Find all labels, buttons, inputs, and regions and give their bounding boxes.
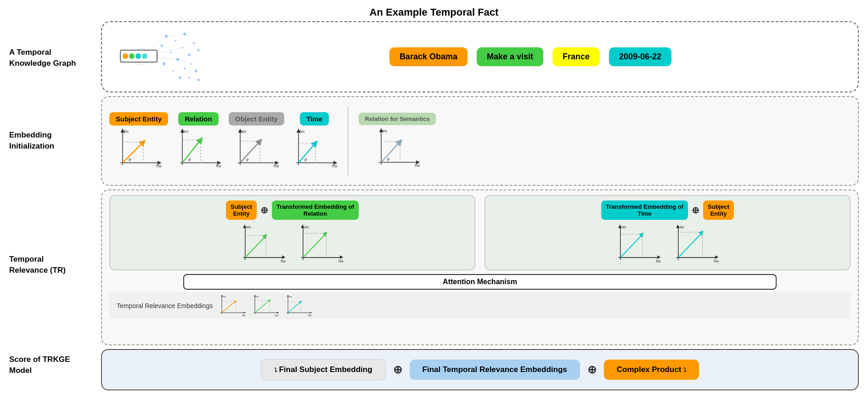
tkg-graph (111, 27, 203, 87)
score-plus1: ⊕ (393, 363, 402, 376)
tag-make-a-visit: Make a visit (477, 47, 543, 66)
attention-label: Attention Mechanism (443, 278, 517, 286)
svg-text:Im: Im (256, 295, 259, 298)
svg-point-11 (184, 68, 186, 69)
svg-text:Im: Im (289, 295, 292, 298)
tr-relation-label: Transformed Embedding ofRelation (272, 200, 359, 220)
label-score: Score of TRKGEModel (9, 343, 96, 387)
tiny-plane-green: Re Im (251, 294, 279, 317)
score-final-subject: ⤵ Final Subject Embedding (261, 359, 386, 380)
svg-line-26 (182, 43, 194, 48)
svg-text:Re: Re (281, 259, 286, 263)
tkg-tags: Barack Obama Make a visit France 2009-06… (212, 47, 849, 66)
object-plane: Re Im θ (233, 128, 279, 170)
svg-line-37 (123, 142, 143, 163)
svg-line-112 (255, 300, 270, 313)
left-labels: A TemporalKnowledge Graph EmbeddingIniti… (9, 21, 101, 390)
svg-line-77 (245, 235, 266, 258)
tr-subject-label2: SubjectEntity (703, 200, 734, 220)
attention-box: Attention Mechanism (183, 274, 776, 290)
label-tkg: A TemporalKnowledge Graph (9, 21, 96, 95)
svg-point-17 (188, 77, 190, 79)
svg-text:θ: θ (188, 158, 191, 162)
svg-point-12 (160, 44, 163, 47)
embed-time: Time Re Im (292, 112, 338, 170)
svg-point-15 (172, 70, 174, 72)
svg-line-53 (240, 141, 260, 163)
svg-text:Re: Re (308, 314, 312, 317)
section-separator (348, 107, 349, 176)
svg-text:Re: Re (415, 163, 420, 168)
tr-embed-label: Temporal Relevance Embeddings (117, 302, 213, 309)
svg-point-31 (135, 53, 141, 59)
embed-relation: Relation Re Im (175, 112, 221, 170)
tr-block-relation: SubjectEntity ⊕ Transformed Embedding of… (109, 195, 475, 270)
subject-plane: Re Im θ (116, 128, 162, 170)
embed-relation-label: Relation (178, 112, 218, 126)
tr-plane-cyan1: Re Im (614, 223, 664, 265)
svg-text:Im: Im (223, 295, 226, 298)
tr-bottom: Attention Mechanism Temporal Relevance E… (109, 274, 851, 319)
svg-text:Im: Im (304, 225, 308, 229)
embed-subject: Subject Entity Re Im (109, 112, 168, 170)
tag-france: France (552, 47, 600, 66)
embedding-section: Subject Entity Re Im (101, 96, 859, 186)
svg-text:Im: Im (124, 129, 129, 134)
svg-text:Im: Im (383, 129, 387, 133)
svg-point-6 (197, 49, 200, 52)
svg-point-30 (129, 53, 135, 59)
svg-point-1 (175, 40, 176, 42)
svg-text:Re: Re (242, 314, 246, 317)
svg-text:θ: θ (387, 157, 389, 162)
tr-relation-planes: Re Im (238, 223, 347, 265)
semantics-plane: Re Im θ (374, 128, 420, 169)
svg-point-16 (179, 76, 181, 79)
svg-line-25 (166, 34, 185, 36)
relation-plane: Re Im θ (175, 128, 221, 170)
svg-line-105 (222, 301, 236, 313)
svg-point-4 (188, 53, 191, 56)
svg-point-10 (195, 69, 197, 72)
svg-text:Im: Im (679, 225, 683, 229)
svg-line-84 (303, 233, 326, 258)
embed-semantics-label: Relation for Semantics (359, 113, 436, 125)
embed-time-label: Time (300, 112, 329, 126)
svg-line-61 (299, 143, 316, 163)
svg-text:Re: Re (332, 164, 338, 168)
score-section: ⤵ Final Subject Embedding ⊕ Final Tempor… (101, 349, 859, 390)
svg-line-69 (381, 142, 400, 162)
svg-line-27 (178, 59, 192, 64)
tr-block-time: Transformed Embedding ofTime ⊕ SubjectEn… (485, 195, 851, 270)
svg-text:Im: Im (300, 129, 304, 134)
svg-text:Re: Re (656, 259, 661, 263)
svg-line-91 (620, 234, 643, 258)
tr-time-planes: Re Im (614, 223, 722, 265)
svg-text:Re: Re (274, 164, 279, 168)
svg-text:Im: Im (246, 225, 250, 229)
tr-time-labels: Transformed Embedding ofTime ⊕ SubjectEn… (601, 200, 734, 220)
svg-line-119 (288, 302, 301, 313)
svg-text:Re: Re (338, 259, 344, 263)
tr-top-row: SubjectEntity ⊕ Transformed Embedding of… (109, 195, 851, 270)
score-final-temporal: Final Temporal Relevance Embeddings (410, 360, 580, 380)
right-area: Barack Obama Make a visit France 2009-06… (101, 21, 859, 390)
svg-point-7 (170, 52, 172, 53)
tr-embeddings-row: Temporal Relevance Embeddings (109, 292, 851, 319)
content-area: A TemporalKnowledge Graph EmbeddingIniti… (9, 21, 859, 390)
svg-point-29 (123, 53, 128, 59)
tr-time-label: Transformed Embedding ofTime (601, 200, 688, 220)
svg-text:Re: Re (275, 314, 279, 317)
svg-text:θ: θ (304, 158, 307, 162)
time-plane: Re Im θ (292, 128, 338, 170)
tr-plane-green1: Re Im (238, 223, 289, 265)
tr-relation-labels: SubjectEntity ⊕ Transformed Embedding of… (226, 200, 359, 220)
tr-section: SubjectEntity ⊕ Transformed Embedding of… (101, 189, 859, 345)
label-tr: TemporalRelevance (TR) (9, 187, 96, 343)
svg-text:Im: Im (242, 129, 246, 134)
svg-text:Re: Re (216, 164, 221, 168)
page-title: An Example Temporal Fact (9, 5, 859, 18)
embed-object-label: Object Entity (229, 112, 284, 126)
svg-text:Im: Im (184, 129, 188, 134)
tag-date: 2009-06-22 (609, 47, 671, 66)
svg-text:Im: Im (621, 225, 626, 229)
